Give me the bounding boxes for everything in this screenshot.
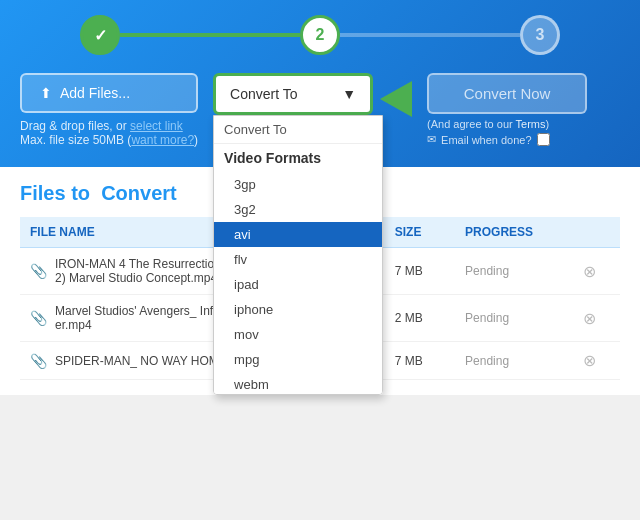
drag-drop-text: Drag & drop files, or select link Max. f… [20,119,198,147]
add-files-label: Add Files... [60,85,130,101]
select-link[interactable]: select link [130,119,183,133]
terms-link[interactable]: Terms [516,118,546,130]
format-dropdown[interactable]: Convert To Video Formats 3gp 3g2 avi flv… [213,115,383,395]
col-header-action [573,217,620,248]
files-title-static: Files to [20,182,90,204]
steps-row: ✓ 2 3 [20,15,620,55]
format-3gp[interactable]: 3gp [214,172,382,197]
email-checkbox[interactable] [537,133,550,146]
format-mpg[interactable]: mpg [214,347,382,372]
top-section: ✓ 2 3 ⬆ Add Files... Drag & drop files, … [0,0,640,167]
file-icon: 📎 [30,353,47,369]
file-remove-cell: ⊗ [573,248,620,295]
file-progress: Pending [455,342,573,380]
email-icon: ✉ [427,133,436,146]
file-size: 7 MB [385,342,455,380]
format-flv[interactable]: flv [214,247,382,272]
file-icon: 📎 [30,263,47,279]
file-remove-cell: ⊗ [573,342,620,380]
format-webm[interactable]: webm [214,372,382,395]
upload-icon: ⬆ [40,85,52,101]
file-icon: 📎 [30,310,47,326]
file-progress: Pending [455,295,573,342]
add-files-button[interactable]: ⬆ Add Files... [20,73,198,113]
format-3g2[interactable]: 3g2 [214,197,382,222]
convert-now-label: Convert Now [464,85,551,102]
convert-now-section: Convert Now (And agree to our Terms) ✉ E… [427,73,620,146]
want-more-link[interactable]: want more? [131,133,194,147]
step-1: ✓ [80,15,120,55]
step-3: 3 [520,15,560,55]
green-arrow-icon [380,81,412,117]
files-title-colored: Convert [101,182,177,204]
file-progress: Pending [455,248,573,295]
col-header-size: SIZE [385,217,455,248]
chevron-down-icon: ▼ [342,86,356,102]
convert-now-button[interactable]: Convert Now [427,73,587,114]
video-formats-label: Video Formats [214,144,382,172]
action-row: ⬆ Add Files... Drag & drop files, or sel… [20,73,620,147]
step-line-1 [120,33,300,37]
convert-to-container: Convert To ▼ Convert To Video Formats 3g… [213,73,373,115]
arrow-container [380,73,412,117]
file-size: 7 MB [385,248,455,295]
step-2: 2 [300,15,340,55]
convert-to-button[interactable]: Convert To ▼ [213,73,373,115]
format-avi[interactable]: avi [214,222,382,247]
dropdown-header-item: Convert To [214,116,382,144]
terms-text: (And agree to our Terms) [427,118,549,130]
remove-file-button[interactable]: ⊗ [583,351,596,370]
email-label: Email when done? [441,134,532,146]
file-size: 2 MB [385,295,455,342]
format-iphone[interactable]: iphone [214,297,382,322]
file-remove-cell: ⊗ [573,295,620,342]
convert-to-label: Convert To [230,86,297,102]
email-row: ✉ Email when done? [427,133,550,146]
col-header-progress: PROGRESS [455,217,573,248]
format-ipad[interactable]: ipad [214,272,382,297]
step-line-2 [340,33,520,37]
remove-file-button[interactable]: ⊗ [583,309,596,328]
format-mov[interactable]: mov [214,322,382,347]
remove-file-button[interactable]: ⊗ [583,262,596,281]
